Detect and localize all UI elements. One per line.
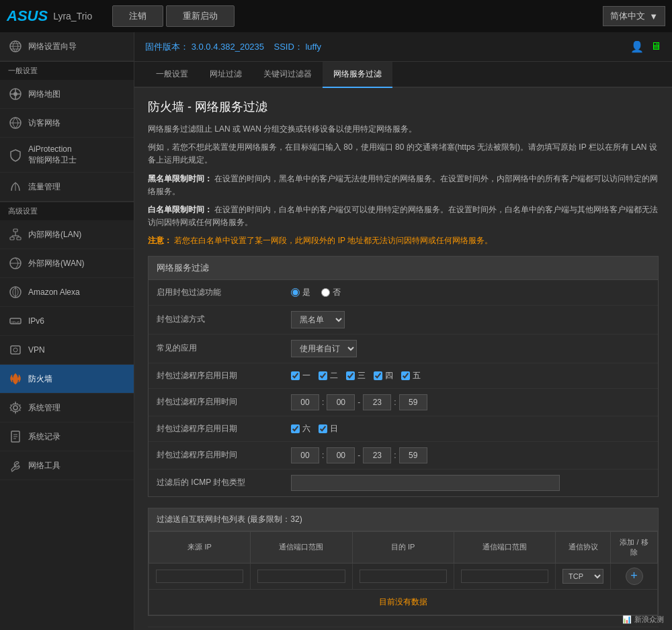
note-content: 若您在白名单中设置了某一网段，此网段外的 IP 地址都无法访问因特网或任何网络服… (174, 236, 493, 245)
time1-dash: - (358, 398, 360, 407)
src-ip-cell (149, 563, 251, 589)
tab-url[interactable]: 网址过滤 (199, 62, 253, 88)
note-text: 注意： 若您在白名单中设置了某一网段，此网段外的 IP 地址都无法访问因特网或任… (148, 234, 659, 247)
note-label: 注意： (148, 236, 172, 245)
guest-network-icon (8, 116, 23, 130)
sidebar-item-firewall[interactable]: 防火墙 (0, 365, 134, 394)
day-sat-label[interactable]: 六 (291, 423, 310, 435)
time1-start-m[interactable] (327, 394, 355, 410)
tab-keyword[interactable]: 关键词过滤器 (253, 62, 323, 88)
sidebar-item-aiprotection[interactable]: AiProtection智能网络卫士 (0, 138, 134, 173)
fire-icon (8, 371, 23, 386)
sidebar-item-ipv6[interactable]: IPv6 IPv6 (0, 307, 134, 336)
main-layout: 网络设置向导 一般设置 网络地图 访客网络 AiProtection智能网络卫士 (0, 32, 672, 630)
svg-point-5 (13, 92, 17, 96)
day-tue-text: 二 (330, 370, 338, 381)
sidebar-item-vpn[interactable]: VPN (0, 336, 134, 365)
language-selector[interactable]: 简体中文 ▼ (603, 6, 665, 26)
time1-start-h[interactable] (291, 394, 319, 410)
filter-type-label: 封包过滤方式 (157, 314, 291, 325)
content-area: 固件版本： 3.0.0.4.382_20235 SSID： luffy 👤 🖥 … (134, 32, 672, 630)
sidebar-item-sysadmin[interactable]: 系统管理 (0, 394, 134, 422)
dst-ip-input[interactable] (360, 570, 447, 583)
time2-start-h[interactable] (291, 447, 319, 463)
whitelist-desc: 在设置的时间内，白名单中的客户端仅可以使用特定的网络服务。在设置时间外，白名单中… (148, 205, 658, 227)
day-mon-checkbox[interactable] (291, 371, 300, 380)
day-wed-label[interactable]: 三 (346, 370, 366, 381)
enable-no-label[interactable]: 否 (321, 287, 341, 298)
day-wed-checkbox[interactable] (346, 371, 355, 380)
sidebar-item-syslog[interactable]: 系统记录 (0, 422, 134, 451)
day-sat-checkbox[interactable] (291, 424, 300, 433)
day-thu-label[interactable]: 四 (374, 370, 393, 381)
common-app-label: 常见的应用 (157, 343, 291, 354)
sidebar-section-general: 一般设置 (0, 61, 134, 80)
enable-label: 启用封包过滤功能 (157, 287, 291, 298)
protocol-select[interactable]: TCP UDP BOTH (562, 569, 603, 584)
day-mon-text: 一 (302, 370, 310, 381)
time2-colon2: : (394, 451, 396, 460)
day-wed-text: 三 (358, 370, 366, 381)
schedule-day1-value: 一 二 三 四 (291, 370, 650, 381)
schedule-time1-label: 封包过滤程序启用时间 (157, 396, 291, 408)
monitor-icon[interactable]: 🖥 (650, 40, 661, 53)
sidebar-item-traffic[interactable]: 流量管理 (0, 173, 134, 201)
logo-model: Lyra_Trio (53, 11, 92, 21)
sidebar-label-guest: 访客网络 (28, 118, 60, 129)
enable-yes-radio[interactable] (291, 288, 300, 297)
common-app-select[interactable]: 使用者自订 (291, 340, 357, 357)
sidebar-item-wan[interactable]: 外部网络(WAN) (0, 249, 134, 278)
day-tue-checkbox[interactable] (319, 371, 327, 380)
src-port-input[interactable] (257, 570, 345, 583)
reboot-button[interactable]: 重新启动 (166, 5, 235, 27)
dst-port-input[interactable] (461, 570, 548, 583)
sidebar-item-lan[interactable]: 内部网络(LAN) (0, 220, 134, 249)
src-ip-input[interactable] (156, 570, 243, 583)
time1-end-h[interactable] (363, 394, 391, 410)
time1-end-m[interactable] (399, 394, 427, 410)
schedule-time2-label: 封包过滤程序启用时间 (157, 449, 291, 461)
time2-end-m[interactable] (399, 447, 427, 463)
ssid-label: SSID： (274, 42, 303, 52)
filter-type-select[interactable]: 黑名单 白名单 (291, 311, 345, 328)
lan-icon (8, 227, 23, 242)
day-mon-label[interactable]: 一 (291, 370, 310, 381)
svg-rect-27 (11, 346, 20, 354)
sidebar: 网络设置向导 一般设置 网络地图 访客网络 AiProtection智能网络卫士 (0, 32, 134, 630)
day2-checkbox-group: 六 日 (291, 423, 338, 435)
day-tue-label[interactable]: 二 (319, 370, 338, 381)
time2-start-m[interactable] (327, 447, 355, 463)
log-icon (8, 429, 23, 444)
logout-button[interactable]: 注销 (112, 5, 163, 27)
day-sun-label[interactable]: 日 (319, 423, 338, 435)
user-icon[interactable]: 👤 (630, 40, 644, 53)
page-title: 防火墙 - 网络服务过滤 (148, 99, 659, 115)
enable-no-radio[interactable] (321, 288, 330, 297)
sidebar-item-map[interactable]: 网络地图 (0, 80, 134, 109)
desc-1: 网络服务过滤阻止 LAN 或 WAN 分组交换或转移设备以使用特定网络服务。 (148, 123, 659, 136)
svg-point-28 (13, 348, 17, 352)
icmp-input[interactable] (291, 475, 560, 491)
ssid-value: luffy (305, 42, 321, 52)
footer-brand: 📊 新浪众测 (622, 615, 664, 625)
sidebar-label-aiprotection: AiProtection智能网络卫士 (28, 144, 77, 165)
enable-yes-label[interactable]: 是 (291, 287, 310, 298)
nav-buttons: 注销 重新启动 (112, 5, 235, 27)
sidebar-item-guest[interactable]: 访客网络 (0, 109, 134, 138)
day-fri-label[interactable]: 五 (401, 370, 421, 381)
col-dst-ip: 目的 IP (352, 531, 454, 563)
tab-network[interactable]: 网络服务过滤 (323, 62, 392, 88)
day-thu-checkbox[interactable] (374, 371, 382, 380)
sidebar-label-wizard: 网络设置向导 (28, 41, 77, 52)
tab-general[interactable]: 一般设置 (145, 62, 199, 88)
add-row-button[interactable]: + (626, 568, 643, 585)
apply-area: 应用本页面设置 (148, 627, 659, 631)
day-fri-checkbox[interactable] (401, 371, 410, 380)
time2-end-h[interactable] (363, 447, 391, 463)
sidebar-item-wizard[interactable]: 网络设置向导 (0, 32, 134, 61)
sidebar-item-alexa[interactable]: Amazon Alexa (0, 278, 134, 307)
icmp-value (291, 475, 650, 491)
day-sun-checkbox[interactable] (319, 424, 327, 433)
sidebar-item-tools[interactable]: 网络工具 (0, 451, 134, 480)
col-src-port: 通信端口范围 (251, 531, 352, 563)
